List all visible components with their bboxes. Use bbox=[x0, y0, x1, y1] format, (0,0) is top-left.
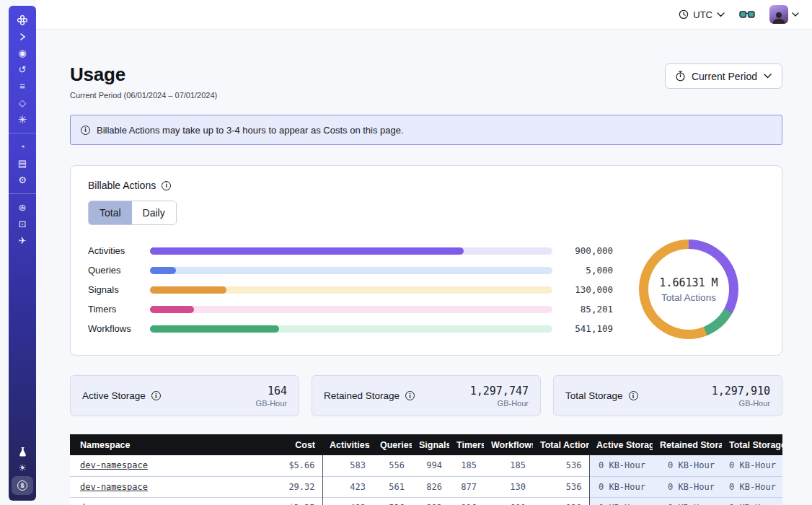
getting-started-rocket-icon[interactable]: ✈ bbox=[12, 232, 33, 249]
bar-value: 541,109 bbox=[552, 323, 613, 334]
bar-track bbox=[150, 286, 552, 294]
bar-label: Timers bbox=[88, 304, 150, 315]
bar-track bbox=[150, 306, 552, 313]
cost-cell: $5.66 bbox=[265, 455, 322, 476]
tab-total[interactable]: Total bbox=[89, 201, 132, 224]
history-icon[interactable]: ↺ bbox=[12, 61, 33, 78]
bar-value: 130,000 bbox=[552, 284, 613, 295]
user-menu[interactable] bbox=[769, 5, 799, 24]
total-actions-cell: 536 bbox=[533, 455, 589, 476]
billable-actions-card: Billable Actions Total Daily Activities … bbox=[70, 165, 782, 356]
info-icon[interactable] bbox=[162, 181, 171, 190]
active-storage-cell: 0 KB-Hour bbox=[589, 497, 653, 505]
total-actions-cell: 536 bbox=[533, 476, 589, 497]
sidebar-divider bbox=[9, 193, 36, 194]
dollar-icon: $ bbox=[17, 480, 27, 491]
billable-view-toggle: Total Daily bbox=[88, 201, 177, 225]
retained-storage-cell: 0 KB-Hour bbox=[653, 455, 722, 476]
workflows-cell: 130 bbox=[484, 476, 533, 497]
billable-bar-chart: Activities 900,000 Queries 5,000 Signals… bbox=[88, 240, 613, 339]
theme-sun-icon[interactable]: ☀ bbox=[12, 460, 33, 476]
avatar bbox=[769, 5, 788, 24]
storage-summary-row: Active Storage 164 GB-Hour Retained Stor… bbox=[70, 375, 782, 416]
stopwatch-icon bbox=[676, 71, 685, 82]
bar-track bbox=[150, 247, 552, 255]
retained-storage-unit: GB-Hour bbox=[470, 399, 529, 408]
col-total-actions: Total Actions bbox=[533, 434, 589, 455]
activities-cell: 583 bbox=[322, 455, 373, 476]
retained-storage-value: 1,297,747 bbox=[470, 385, 529, 398]
billing-card-icon[interactable]: ▤ bbox=[12, 155, 33, 172]
col-timers: Timers bbox=[449, 434, 484, 455]
active-storage-cell: 0 KB-Hour bbox=[589, 476, 653, 497]
active-storage-cell: 0 KB-Hour bbox=[589, 455, 653, 476]
usage-gauge-icon[interactable]: ◔ bbox=[12, 139, 33, 155]
activities-cell: 423 bbox=[322, 476, 373, 497]
bar-fill bbox=[150, 247, 464, 255]
bar-value: 900,000 bbox=[552, 245, 613, 256]
workflows-cell: 185 bbox=[484, 455, 533, 476]
info-icon[interactable] bbox=[151, 391, 161, 400]
col-active-storage: Active Storage bbox=[589, 434, 653, 455]
workflows-cell: 600 bbox=[484, 497, 533, 505]
donut-ring: 1.66131 M Total Actions bbox=[639, 240, 738, 339]
retained-storage-cell: 0 KB-Hour bbox=[653, 476, 722, 497]
active-storage-unit: GB-Hour bbox=[256, 399, 287, 408]
bar-row-workflows: Workflows 541,109 bbox=[88, 319, 613, 338]
labs-flask-icon[interactable] bbox=[12, 443, 33, 460]
clock-icon bbox=[679, 9, 689, 19]
current-period-dropdown[interactable]: Current Period bbox=[665, 63, 782, 89]
col-queries: Queries bbox=[373, 434, 412, 455]
expand-chevron-icon[interactable] bbox=[12, 28, 33, 45]
table-header-row: Namespace Cost Activities Queries Signal… bbox=[70, 434, 782, 455]
col-total-storage: Total Storage bbox=[722, 434, 782, 455]
bar-label: Queries bbox=[88, 265, 150, 276]
info-icon[interactable] bbox=[629, 391, 638, 400]
total-storage-card: Total Storage 1,297,910 GB-Hour bbox=[553, 375, 782, 416]
bar-value: 85,201 bbox=[552, 304, 613, 315]
page-subtitle: Current Period (06/01/2024 – 07/01/2024) bbox=[70, 91, 217, 100]
namespaces-icon[interactable]: ◉ bbox=[12, 45, 33, 61]
bar-label: Workflows bbox=[88, 323, 150, 334]
namespace-link[interactable]: dev-namespace bbox=[80, 482, 148, 492]
docs-terminal-icon[interactable]: ⊡ bbox=[12, 216, 33, 232]
total-storage-cell: 0 KB-Hour bbox=[722, 455, 782, 476]
nexus-asterisk-icon[interactable]: ✳ bbox=[12, 111, 33, 128]
tab-daily[interactable]: Daily bbox=[132, 201, 176, 224]
deployments-cube-icon[interactable]: ◇ bbox=[12, 95, 33, 111]
temporal-logo-icon[interactable] bbox=[12, 12, 33, 28]
namespace-usage-table: Namespace Cost Activities Queries Signal… bbox=[70, 434, 782, 505]
total-actions-donut: 1.66131 M Total Actions bbox=[613, 240, 764, 339]
namespace-link[interactable]: dev-namespace bbox=[80, 460, 148, 470]
signals-cell: 994 bbox=[412, 455, 449, 476]
donut-center: 1.66131 M Total Actions bbox=[648, 249, 729, 330]
bar-fill bbox=[150, 306, 194, 313]
chevron-down-icon bbox=[792, 12, 799, 17]
timers-cell: 816 bbox=[449, 497, 484, 505]
bar-row-timers: Timers 85,201 bbox=[88, 299, 613, 319]
billing-coin-icon[interactable]: $ bbox=[12, 476, 33, 495]
col-namespace: Namespace bbox=[70, 434, 265, 455]
col-activities: Activities bbox=[322, 434, 373, 455]
cost-cell: $3.35 bbox=[265, 497, 322, 505]
glasses-button[interactable] bbox=[739, 10, 755, 19]
total-actions-label: Total Actions bbox=[661, 292, 716, 303]
total-storage-cell: 0 KB-Hour bbox=[722, 497, 782, 505]
timezone-dropdown[interactable]: UTC bbox=[679, 9, 725, 20]
queries-cell: 536 bbox=[373, 497, 412, 505]
cost-cell: 29.32 bbox=[265, 476, 322, 497]
layers-icon[interactable]: ≡ bbox=[12, 78, 33, 95]
activities-cell: 492 bbox=[322, 497, 373, 505]
signals-cell: 883 bbox=[412, 497, 449, 505]
info-banner: Billable Actions may take up to 3-4 hour… bbox=[70, 115, 782, 145]
namespace-link[interactable]: dev-namespace bbox=[80, 503, 148, 505]
active-storage-card: Active Storage 164 GB-Hour bbox=[70, 375, 299, 416]
namespace-cell: dev-namespace bbox=[70, 497, 265, 505]
bar-label: Activities bbox=[88, 245, 150, 256]
bar-row-signals: Signals 130,000 bbox=[88, 280, 613, 299]
billable-actions-title: Billable Actions bbox=[88, 180, 156, 191]
total-storage-cell: 0 KB-Hour bbox=[722, 476, 782, 497]
settings-gear-icon[interactable]: ⚙ bbox=[12, 172, 33, 188]
info-icon[interactable] bbox=[405, 391, 415, 400]
support-lifebuoy-icon[interactable]: ⊛ bbox=[12, 199, 33, 216]
